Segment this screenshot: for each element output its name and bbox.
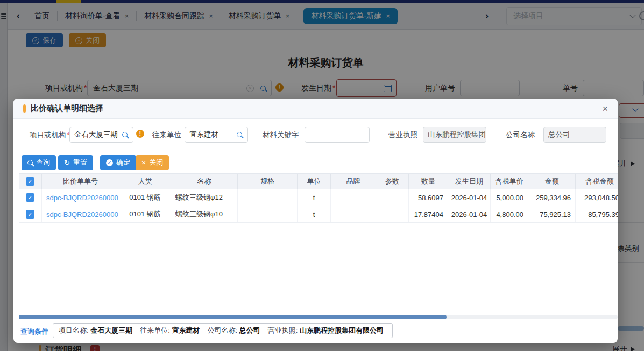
col-brand[interactable]: 品牌 [331, 174, 376, 189]
refresh-icon: ↻ [64, 159, 70, 166]
filter-project-label: 项目或机构* [30, 130, 70, 140]
search-icon [27, 160, 33, 165]
table-header-row: ✓ 比价单单号 大类 名称 规格 单位 品牌 参数 数量 发生日期 含税单价 金… [19, 173, 618, 189]
condition-item: 往来单位: 宜东建材 [140, 326, 200, 335]
row-checkbox[interactable]: ✓ [26, 193, 34, 202]
filter-company-input: 总公司 [543, 127, 606, 143]
price-compare-select-dialog: 比价确认单明细选择 × 项目或机构* 金石大厦三期 ! 往来单位 宜东建材 材料… [13, 99, 618, 343]
query-conditions-summary: 项目名称: 金石大厦三期 往来单位: 宜东建材 公司名称: 总公司 营业执照: … [53, 323, 393, 338]
order-no-link[interactable]: sdpc-BJQRD20260000 [46, 210, 118, 219]
horizontal-scrollbar-thumb[interactable] [19, 315, 447, 319]
confirm-button[interactable]: ✓ 确定 [100, 155, 136, 170]
filter-keyword-label: 材料关键字 [263, 130, 299, 140]
col-unit-price[interactable]: 含税单价 [491, 174, 528, 189]
col-date[interactable]: 发生日期 [448, 174, 491, 189]
col-unit[interactable]: 单位 [298, 174, 331, 189]
table-row[interactable]: ✓ sdpc-BJQRD20260000 0101 钢筋 螺纹三级钢φ12 t … [19, 189, 618, 206]
table-row[interactable]: ✓ sdpc-BJQRD20260000 0101 钢筋 螺纹三级钢φ10 t … [19, 206, 618, 223]
order-no-link[interactable]: sdpc-BJQRD20260000 [46, 194, 118, 202]
dialog-title: 比价确认单明细选择 [31, 103, 103, 114]
reset-button[interactable]: ↻ 重置 [58, 155, 93, 170]
col-name[interactable]: 名称 [171, 174, 238, 189]
comparison-table: ✓ 比价单单号 大类 名称 规格 单位 品牌 参数 数量 发生日期 含税单价 金… [19, 173, 618, 223]
row-checkbox[interactable]: ✓ [26, 210, 34, 219]
filter-project-input[interactable]: 金石大厦三期 [69, 127, 133, 143]
search-icon[interactable] [122, 132, 128, 137]
title-pill-icon [23, 104, 26, 113]
col-param[interactable]: 参数 [376, 174, 409, 189]
col-tax-amount[interactable]: 含税金额 [576, 174, 618, 189]
condition-item: 公司名称: 总公司 [208, 326, 260, 335]
filter-vendor-label: 往来单位 [152, 130, 181, 140]
filter-keyword-input[interactable] [305, 127, 370, 143]
query-conditions-label: 查询条件 [20, 327, 48, 336]
col-order-no[interactable]: 比价单单号 [42, 174, 119, 189]
col-spec[interactable]: 规格 [238, 174, 298, 189]
filter-license-input: 山东鹏程控股集团有限公司 [423, 127, 486, 143]
query-button[interactable]: 查询 [22, 155, 56, 170]
dialog-header: 比价确认单明细选择 × [13, 99, 618, 119]
x-icon: × [141, 159, 146, 166]
filter-license-label: 营业执照 [388, 130, 417, 140]
select-all-checkbox[interactable]: ✓ [26, 177, 34, 186]
filter-vendor-input[interactable]: 宜东建材 [185, 127, 248, 143]
search-icon[interactable] [237, 132, 242, 137]
condition-item: 营业执照: 山东鹏程控股集团有限公司 [268, 326, 384, 335]
col-amount[interactable]: 金额 [528, 174, 576, 189]
condition-item: 项目名称: 金石大厦三期 [59, 326, 132, 335]
col-category[interactable]: 大类 [119, 174, 171, 189]
check-circle-icon: ✓ [106, 159, 113, 166]
info-icon[interactable]: ! [136, 130, 144, 138]
col-qty[interactable]: 数量 [409, 174, 448, 189]
horizontal-scrollbar-track[interactable] [19, 315, 618, 319]
filter-company-label: 公司名称 [506, 130, 535, 140]
dialog-close-icon[interactable]: × [602, 104, 608, 114]
dialog-close-button[interactable]: × 关闭 [136, 155, 169, 170]
